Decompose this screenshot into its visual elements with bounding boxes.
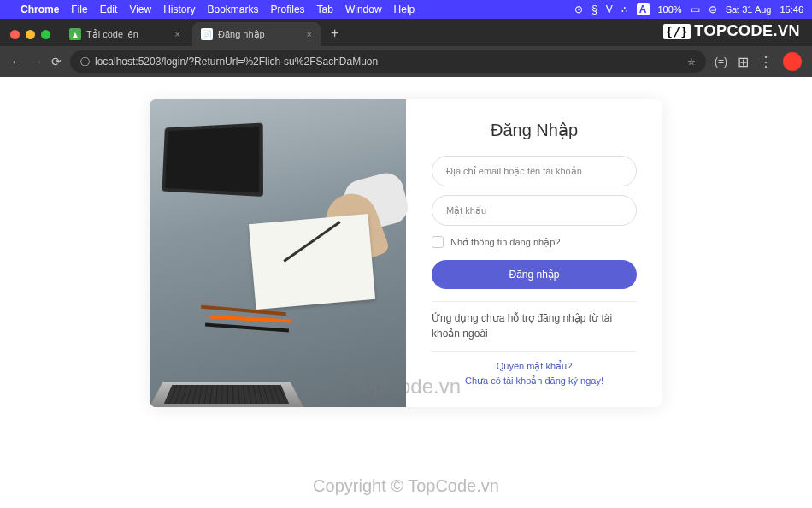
menu-help[interactable]: Help	[394, 3, 415, 15]
battery-icon: ▭	[691, 3, 700, 15]
login-form: Đăng Nhập Nhớ thông tin đăng nhập? Đăng …	[406, 99, 662, 407]
menu-window[interactable]: Window	[345, 3, 382, 15]
watermark-bottom: Copyright © TopCode.vn	[313, 476, 499, 496]
extension-icon[interactable]: (=)	[715, 56, 727, 68]
login-hero-image	[150, 99, 406, 407]
menu-bookmarks[interactable]: Bookmarks	[208, 3, 259, 15]
register-link[interactable]: Chưa có tài khoản đăng ký ngay!	[432, 375, 637, 387]
close-tab-icon[interactable]: ×	[307, 29, 312, 39]
login-title: Đăng Nhập	[432, 120, 637, 140]
login-card: Đăng Nhập Nhớ thông tin đăng nhập? Đăng …	[150, 99, 662, 407]
menu-history[interactable]: History	[163, 3, 195, 15]
menu-view[interactable]: View	[129, 3, 151, 15]
remember-label: Nhớ thông tin đăng nhập?	[450, 237, 560, 248]
tab-favicon-icon: 📄	[201, 28, 213, 40]
browser-tab[interactable]: ▲ Tải code lên ×	[61, 22, 189, 46]
new-tab-button[interactable]: +	[324, 26, 345, 46]
login-note: Ứng dụng chưa hỗ trợ đăng nhập từ tài kh…	[432, 310, 637, 341]
login-submit-button[interactable]: Đăng nhập	[432, 260, 637, 289]
forward-button[interactable]: →	[31, 55, 43, 68]
address-bar[interactable]: ⓘ localhost:5203/login/?ReturnUrl=%2Flic…	[70, 50, 706, 73]
close-tab-icon[interactable]: ×	[175, 29, 180, 39]
watermark-text: TOPCODE.VN	[694, 22, 800, 40]
close-window-button[interactable]	[10, 30, 20, 39]
logo-icon: {/}	[663, 24, 691, 39]
back-button[interactable]: ←	[10, 55, 22, 68]
tab-title: Tải code lên	[86, 29, 138, 40]
menu-file[interactable]: File	[71, 3, 87, 15]
menu-edit[interactable]: Edit	[100, 3, 118, 15]
v-indicator[interactable]: V	[606, 3, 613, 15]
site-info-icon[interactable]: ⓘ	[80, 56, 90, 68]
menubar-time[interactable]: 15:46	[780, 4, 803, 15]
dots-icon[interactable]: ∴	[621, 3, 628, 15]
profile-avatar[interactable]	[783, 52, 802, 71]
tab-favicon-icon: ▲	[69, 28, 81, 40]
email-field[interactable]	[432, 156, 637, 186]
sync-icon[interactable]: §	[591, 3, 597, 15]
watermark-center: TopCode.vn	[351, 375, 461, 399]
divider	[432, 301, 637, 302]
browser-tab-active[interactable]: 📄 Đăng nhập ×	[192, 22, 321, 46]
remember-checkbox[interactable]	[432, 236, 444, 248]
chrome-menu-button[interactable]: ⋮	[759, 54, 773, 70]
watermark-logo: {/} TOPCODE.VN	[663, 22, 800, 40]
maximize-window-button[interactable]	[41, 30, 50, 39]
window-controls	[7, 30, 57, 46]
a-indicator[interactable]: A	[637, 3, 650, 15]
battery-percent: 100%	[658, 4, 682, 15]
menu-profiles[interactable]: Profiles	[271, 3, 305, 15]
menubar-date[interactable]: Sat 31 Aug	[726, 4, 772, 15]
macos-menubar: Chrome File Edit View History Bookmarks …	[0, 0, 812, 19]
forgot-password-link[interactable]: Quyên mật khẩu?	[432, 361, 637, 372]
reload-button[interactable]: ⟳	[51, 55, 62, 68]
url-text: localhost:5203/login/?ReturnUrl=%2Flich-…	[95, 56, 682, 68]
tab-title: Đăng nhập	[218, 29, 265, 40]
browser-toolbar: ← → ⟳ ⓘ localhost:5203/login/?ReturnUrl=…	[0, 46, 812, 77]
password-field[interactable]	[432, 195, 637, 226]
minimize-window-button[interactable]	[26, 30, 35, 39]
cloud-icon[interactable]: ⊙	[574, 3, 583, 15]
menu-app-name[interactable]: Chrome	[21, 3, 59, 15]
extensions-button[interactable]: ⊞	[738, 54, 749, 70]
divider	[432, 351, 637, 352]
wifi-icon[interactable]: ⊜	[709, 3, 717, 15]
menu-tab[interactable]: Tab	[317, 3, 333, 15]
page-content: Đăng Nhập Nhớ thông tin đăng nhập? Đăng …	[0, 77, 812, 508]
bookmark-star-icon[interactable]: ☆	[687, 56, 696, 68]
